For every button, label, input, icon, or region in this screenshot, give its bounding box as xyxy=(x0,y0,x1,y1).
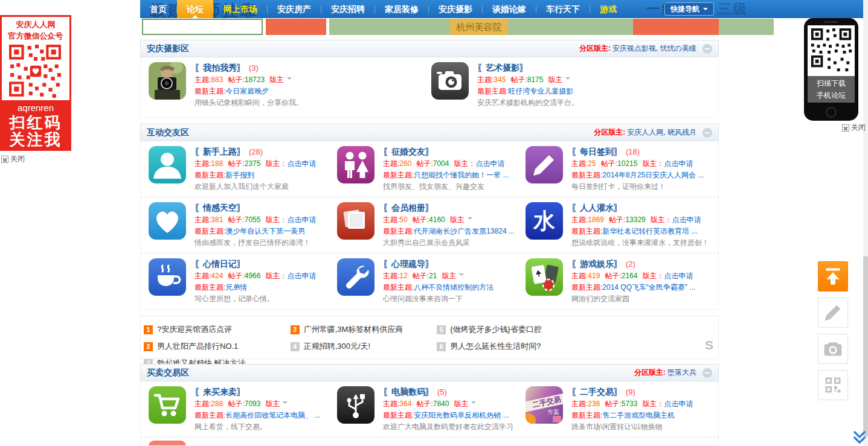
art-photography-forum-icon[interactable] xyxy=(431,62,469,100)
nav-item-jobs[interactable]: 安庆招聘 xyxy=(321,0,375,18)
scroll-down-chevron[interactable] xyxy=(853,430,866,446)
forum-title-link[interactable]: 〖人人灌水〗 xyxy=(571,203,622,212)
moderator-dropdown-icon[interactable] xyxy=(283,401,288,406)
apply-moderator-link[interactable]: 点击申请 xyxy=(664,400,693,408)
ad-link-text[interactable]: {做烤瓷牙多少钱}省委口腔 xyxy=(450,324,542,335)
apply-moderator-link[interactable]: 点击申请 xyxy=(475,159,504,168)
forum-title-link[interactable]: 〖电脑数码〗 xyxy=(383,387,434,397)
forum-title-link[interactable]: 〖新手上路〗 xyxy=(194,147,245,156)
forum-title-link[interactable]: 〖游戏娱乐〗 xyxy=(571,259,622,269)
forum-description: 欢迎广大电脑及数码爱好者在此交流学习 xyxy=(383,421,526,433)
nav-item-photography[interactable]: 安庆摄影 xyxy=(429,0,482,18)
latest-topic-link[interactable]: 兄弟情 xyxy=(225,283,247,291)
banner-ad-block[interactable] xyxy=(266,19,326,35)
latest-topic-link[interactable]: 八种不良情绪控制的方法 xyxy=(414,283,493,291)
ad-link[interactable]: 3广州常疆,3M标签材料供应商 xyxy=(291,321,435,338)
moderator-dropdown-icon[interactable] xyxy=(471,401,476,406)
member-album-forum-icon[interactable] xyxy=(337,202,375,240)
newbie-forum-icon[interactable] xyxy=(149,146,186,183)
apply-moderator-link[interactable]: 点击申请 xyxy=(287,215,316,224)
moderator-dropdown-icon[interactable] xyxy=(565,77,570,82)
nav-item-wedding[interactable]: 谈婚论嫁 xyxy=(483,0,536,18)
latest-topic-link[interactable]: 澳少年自认天下第一美男 xyxy=(225,227,305,235)
apply-moderator-link[interactable]: 点击申请 xyxy=(664,159,693,168)
forum-title-link[interactable]: 〖每日签到〗 xyxy=(571,147,622,156)
section-mod-links[interactable]: 安庆人人网, 晓风残月 xyxy=(627,127,696,138)
latest-topic-link[interactable]: 今日家庭晚歺 xyxy=(225,87,269,95)
latest-topic-link[interactable]: 2014 QQ飞车“全民争霸赛” ... xyxy=(602,283,695,291)
banner-ad-block[interactable]: 杭州美容院 xyxy=(450,19,508,35)
collapse-section-button[interactable] xyxy=(702,44,712,54)
ad-link[interactable]: 5{做烤瓷牙多少钱}省委口腔 xyxy=(437,321,581,338)
forum-title-link[interactable]: 〖情感天空〗 xyxy=(194,203,245,212)
new-post-button[interactable] xyxy=(818,298,848,328)
ad-link[interactable]: 6男人怎么延长性生活时间? xyxy=(437,338,581,355)
latest-topic-link[interactable]: 新华社名记转行英语教育培 ... xyxy=(602,227,697,235)
banner-ad-block[interactable] xyxy=(633,19,719,35)
apply-moderator-link[interactable]: 点击申请 xyxy=(664,272,693,280)
water-chat-forum-icon[interactable]: 水 xyxy=(526,202,563,240)
emotions-forum-icon[interactable] xyxy=(149,202,186,240)
forum-title-link[interactable]: 〖征婚交友〗 xyxy=(383,147,434,156)
qr-code-button[interactable] xyxy=(818,370,848,400)
forum-title-link[interactable]: 〖二手交易〗 xyxy=(571,387,622,397)
mood-diary-forum-icon[interactable] xyxy=(149,258,186,296)
ad-link[interactable]: 4正规招聘,300元/天! xyxy=(291,338,435,355)
counseling-forum-icon[interactable] xyxy=(337,258,375,296)
back-to-top-button[interactable] xyxy=(818,261,848,291)
forum-title-link[interactable]: 〖艺术摄影〗 xyxy=(477,63,528,72)
latest-topic-link[interactable]: 旺仔湾专业儿童摄影 xyxy=(508,87,573,95)
wechat-qr-ad[interactable]: 安庆人人网 官方微信公众号 xyxy=(0,15,71,151)
ad-link-text[interactable]: 广州常疆,3M标签材料供应商 xyxy=(304,324,403,335)
ad-link-text[interactable]: 正规招聘,300元/天! xyxy=(304,341,371,352)
ad-link-text[interactable]: 男人怎么延长性生活时间? xyxy=(450,341,541,352)
apply-moderator-link[interactable]: 点击申请 xyxy=(287,159,316,168)
nav-item-forum[interactable]: 论坛 xyxy=(177,0,213,18)
nav-item-cars[interactable]: 车行天下 xyxy=(536,0,590,18)
latest-topic-link[interactable]: 售二手游戏型电脑主机 xyxy=(602,411,675,419)
nav-item-decor[interactable]: 家居装修 xyxy=(375,0,428,18)
quick-nav-button[interactable]: 快捷导航 xyxy=(664,2,714,16)
moderator-dropdown-icon[interactable] xyxy=(459,273,464,278)
latest-topic-link[interactable]: 只想能找个懂我的她！一辈 ... xyxy=(414,171,509,179)
section-mod-links[interactable]: 堕落大兵 xyxy=(667,368,696,378)
computer-digital-forum-icon[interactable] xyxy=(337,386,375,424)
forum-title-link[interactable]: 〖心理疏导〗 xyxy=(383,259,434,269)
ad-link[interactable]: 2男人壮阳产品排行NO.1 xyxy=(144,338,288,355)
close-left-ad-button[interactable]: 关闭 xyxy=(1,154,25,164)
latest-topic-link[interactable]: 代开湖南长沙广告发票13824 ... xyxy=(414,227,515,235)
latest-topic-link[interactable]: 长期高价回收笔记本电脑、 ... xyxy=(225,411,320,419)
scrollbar-thumb[interactable] xyxy=(863,256,868,437)
forum-title-link[interactable]: 〖心情日记〗 xyxy=(194,259,245,269)
ad-link-text[interactable]: 男人壮阳产品排行NO.1 xyxy=(157,341,238,352)
forum-title-link[interactable]: 〖会员相册〗 xyxy=(383,203,434,212)
nav-item-market[interactable]: 网上市场 xyxy=(214,0,267,18)
nav-item-games[interactable]: 游戏 xyxy=(590,0,626,18)
moderator-dropdown-icon[interactable] xyxy=(287,77,292,82)
ad-link-text[interactable]: ?安庆迎宾馆酒店点评 xyxy=(157,324,232,335)
photo-upload-button[interactable] xyxy=(818,334,848,364)
nav-item-realestate[interactable]: 安庆房产 xyxy=(268,0,321,18)
nav-item-home[interactable]: 首页 xyxy=(140,0,176,18)
ad-link[interactable]: 1?安庆迎宾馆酒店点评 xyxy=(144,321,288,338)
collapse-section-button[interactable] xyxy=(702,128,712,138)
secondhand-forum-icon[interactable]: 二手交易 方案 xyxy=(526,386,563,424)
close-phone-ad-button[interactable]: 关闭 xyxy=(842,123,866,133)
daily-checkin-forum-icon[interactable] xyxy=(526,146,563,183)
apply-moderator-link[interactable]: 点击申请 xyxy=(672,215,701,224)
photo-show-forum-icon[interactable] xyxy=(149,62,186,100)
mobile-app-qr-ad[interactable]: 扫描下载 手机论坛 xyxy=(804,18,858,121)
dating-forum-icon[interactable] xyxy=(337,146,375,183)
latest-topic-link[interactable]: 2014年8月25日安庆人人网会 ... xyxy=(602,171,704,179)
collapse-section-button[interactable] xyxy=(702,368,712,378)
buy-sell-forum-icon[interactable] xyxy=(149,386,186,424)
banner-ad-block[interactable] xyxy=(142,19,263,35)
forum-title-link[interactable]: 〖来买来卖〗 xyxy=(194,387,245,397)
latest-topic-link[interactable]: 安庆阳光数码单反相机热销 ... xyxy=(414,411,509,419)
moderator-dropdown-icon[interactable] xyxy=(468,217,472,222)
section-mod-links[interactable]: 安庆视点影视, 忧忧の美瞳 xyxy=(612,43,696,54)
forum-title-link[interactable]: 〖我拍我秀〗 xyxy=(194,63,245,72)
latest-topic-link[interactable]: 新手报到 xyxy=(225,171,254,179)
games-forum-icon[interactable] xyxy=(526,258,563,296)
apply-moderator-link[interactable]: 点击申请 xyxy=(287,272,316,280)
